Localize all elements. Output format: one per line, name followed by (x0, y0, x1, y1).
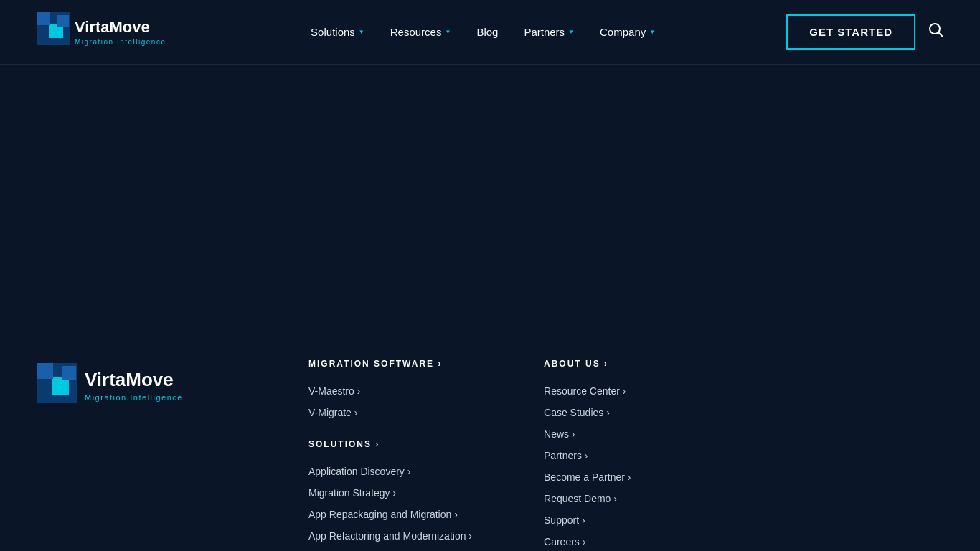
solutions-heading: SOLUTIONS › (308, 439, 472, 449)
svg-rect-11 (37, 363, 53, 379)
nav-right: GET STARTED (786, 14, 944, 50)
list-item: Partners › (544, 449, 631, 462)
logo-area[interactable]: VirtaMove Migration Intelligence (36, 9, 179, 55)
footer-logo-col: VirtaMove Migration Intelligence (36, 359, 251, 551)
svg-text:Migration Intelligence: Migration Intelligence (85, 393, 183, 402)
list-item: Case Studies › (544, 406, 631, 419)
support-link[interactable]: Support › (544, 514, 585, 526)
nav-solutions[interactable]: Solutions ▼ (311, 26, 364, 38)
svg-rect-10 (62, 366, 76, 380)
svg-text:VirtaMove: VirtaMove (85, 369, 174, 390)
solutions-caret: ▼ (359, 29, 364, 35)
footer-col-about: ABOUT US › Resource Center › Case Studie… (544, 359, 631, 551)
migration-software-heading: MIGRATION SOFTWARE › (308, 359, 472, 369)
request-demo-link[interactable]: Request Demo › (544, 493, 617, 504)
list-item: Careers › (544, 535, 631, 548)
nav-partners[interactable]: Partners ▼ (524, 26, 574, 38)
migration-software-list: V-Maestro › V-Migrate › (308, 385, 472, 419)
list-item: Application Discovery › (308, 465, 472, 478)
search-icon (928, 22, 944, 38)
about-us-list: Resource Center › Case Studies › News › … (544, 385, 631, 551)
footer-columns: MIGRATION SOFTWARE › V-Maestro › V-Migra… (308, 359, 944, 551)
list-item: Request Demo › (544, 492, 631, 505)
v-maestro-link[interactable]: V-Maestro › (308, 385, 360, 397)
list-item: V-Migrate › (308, 406, 472, 419)
news-link[interactable]: News › (544, 428, 575, 440)
site-header: VirtaMove Migration Intelligence Solutio… (0, 0, 980, 65)
get-started-button[interactable]: GET STARTED (786, 14, 915, 50)
svg-rect-2 (57, 15, 69, 27)
resource-center-link[interactable]: Resource Center › (544, 385, 626, 397)
nav-blog[interactable]: Blog (476, 26, 498, 38)
svg-rect-3 (37, 12, 50, 25)
list-item: Migration Strategy › (308, 486, 472, 499)
migration-strategy-link[interactable]: Migration Strategy › (308, 487, 396, 499)
list-item: News › (544, 428, 631, 441)
svg-line-7 (939, 33, 943, 37)
about-us-heading: ABOUT US › (544, 359, 631, 369)
nav-company[interactable]: Company ▼ (600, 26, 655, 38)
list-item: App Refactoring and Modernization › (308, 529, 472, 542)
v-migrate-link[interactable]: V-Migrate › (308, 407, 357, 418)
main-content (0, 65, 980, 316)
app-refactoring-link[interactable]: App Refactoring and Modernization › (308, 530, 472, 542)
svg-text:Migration Intelligence: Migration Intelligence (75, 38, 166, 46)
app-discovery-link[interactable]: Application Discovery › (308, 466, 410, 477)
partners-caret: ▼ (568, 29, 574, 35)
list-item: Resource Center › (544, 385, 631, 397)
list-item: V-Maestro › (308, 385, 472, 397)
list-item: App Repackaging and Migration › (308, 508, 472, 521)
nav-resources[interactable]: Resources ▼ (390, 26, 451, 38)
footer-logo: VirtaMove Migration Intelligence (36, 359, 222, 416)
svg-text:VirtaMove: VirtaMove (75, 18, 150, 36)
partners-link[interactable]: Partners › (544, 450, 588, 461)
case-studies-link[interactable]: Case Studies › (544, 407, 610, 418)
footer-col-solutions: MIGRATION SOFTWARE › V-Maestro › V-Migra… (308, 359, 472, 551)
search-button[interactable] (928, 22, 944, 42)
footer-top: VirtaMove Migration Intelligence MIGRATI… (36, 359, 944, 551)
main-nav: Solutions ▼ Resources ▼ Blog Partners ▼ … (311, 26, 655, 38)
site-footer: VirtaMove Migration Intelligence MIGRATI… (0, 316, 980, 551)
resources-caret: ▼ (445, 29, 451, 35)
careers-link[interactable]: Careers › (544, 536, 585, 547)
company-caret: ▼ (649, 29, 655, 35)
list-item: Become a Partner › (544, 471, 631, 484)
become-partner-link[interactable]: Become a Partner › (544, 471, 631, 483)
solutions-list: Application Discovery › Migration Strate… (308, 465, 472, 551)
list-item: Support › (544, 514, 631, 527)
app-repackaging-link[interactable]: App Repackaging and Migration › (308, 509, 458, 520)
